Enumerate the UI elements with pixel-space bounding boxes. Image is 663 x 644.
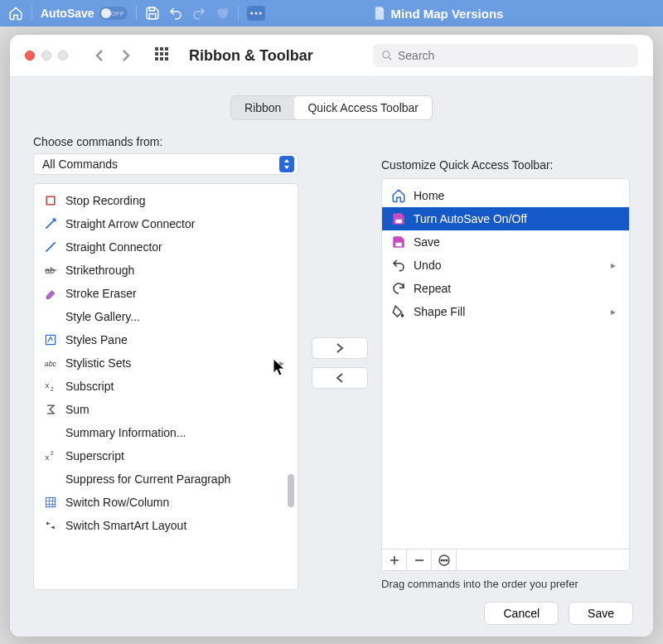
command-icon — [390, 258, 407, 273]
command-label: Undo — [414, 259, 604, 272]
svg-rect-12 — [160, 57, 163, 61]
list-item[interactable]: abcStylistic Sets▸ — [34, 351, 298, 375]
qat-edit-toolbar — [381, 550, 630, 571]
command-label: Summary Information... — [65, 426, 289, 439]
list-item[interactable]: x2Subscript — [34, 375, 298, 398]
command-label: Suppress for Current Paragraph — [65, 472, 289, 486]
search-field[interactable] — [373, 44, 638, 67]
command-icon: x2 — [42, 380, 59, 393]
list-item[interactable]: x2Superscript — [34, 444, 298, 467]
command-label: Straight Arrow Connector — [65, 217, 289, 230]
search-icon — [381, 50, 393, 61]
commands-source-select[interactable]: All Commands — [33, 153, 298, 175]
svg-rect-8 — [155, 52, 158, 56]
svg-text:x: x — [46, 380, 50, 390]
app-titlebar: AutoSave OFF Mind Map Versions — [0, 0, 663, 27]
forward-button[interactable] — [121, 49, 131, 62]
save-button[interactable]: Save — [569, 602, 633, 625]
svg-rect-15 — [46, 196, 55, 205]
svg-point-2 — [250, 12, 253, 15]
tab-ribbon[interactable]: Ribbon — [231, 96, 294, 119]
autosave-control[interactable]: AutoSave OFF — [41, 7, 128, 20]
list-item[interactable]: Undo▸ — [382, 254, 629, 277]
undo-icon[interactable] — [168, 6, 183, 21]
plus-icon — [390, 555, 399, 565]
svg-point-29 — [446, 559, 448, 561]
command-icon — [390, 211, 407, 226]
list-item[interactable]: Straight Connector — [34, 235, 298, 259]
svg-rect-1 — [149, 14, 156, 19]
list-item[interactable]: Sum — [34, 398, 298, 421]
more-icon[interactable] — [247, 6, 265, 21]
window-controls[interactable] — [25, 51, 68, 61]
tab-quick-access-toolbar[interactable]: Quick Access Toolbar — [294, 96, 432, 119]
svg-text:2: 2 — [51, 450, 54, 456]
command-label: Home — [414, 189, 621, 202]
svg-rect-10 — [165, 52, 168, 56]
command-label: Stop Recording — [65, 194, 289, 207]
left-list-scrollbar[interactable] — [288, 474, 294, 507]
remove-button[interactable] — [407, 550, 432, 570]
search-input[interactable] — [398, 49, 630, 62]
list-item[interactable]: Switch Row/Column — [34, 491, 298, 514]
command-icon — [390, 281, 407, 296]
home-icon[interactable] — [8, 6, 23, 21]
list-item[interactable]: Home — [382, 184, 629, 207]
list-item[interactable]: Stroke Eraser — [34, 282, 298, 305]
list-item[interactable]: Switch SmartArt Layout — [34, 514, 298, 537]
available-commands-list[interactable]: Stop RecordingStraight Arrow ConnectorSt… — [33, 183, 298, 590]
command-label: Turn AutoSave On/Off — [414, 212, 621, 225]
command-icon: ab — [42, 264, 59, 277]
list-item[interactable]: Suppress for Current Paragraph — [34, 467, 298, 491]
svg-text:abc: abc — [45, 360, 57, 368]
redo-icon[interactable] — [191, 6, 206, 21]
list-item[interactable]: Summary Information... — [34, 421, 298, 444]
submenu-indicator-icon: ▸ — [279, 357, 284, 369]
list-item[interactable]: abStrikethrough — [34, 259, 298, 282]
command-icon: abc — [42, 356, 59, 370]
svg-rect-7 — [165, 47, 168, 51]
drag-hint: Drag commands into the order you prefer — [381, 578, 630, 590]
minus-icon — [414, 555, 424, 565]
zoom-window-button — [58, 51, 68, 61]
list-item[interactable]: Save — [382, 230, 629, 254]
command-label: Switch Row/Column — [65, 496, 289, 509]
list-item[interactable]: Stop Recording — [34, 189, 298, 212]
list-item[interactable]: Styles Pane — [34, 328, 298, 351]
qat-list[interactable]: HomeTurn AutoSave On/OffSaveUndo▸RepeatS… — [381, 178, 630, 550]
tab-segmented-control[interactable]: Ribbon Quick Access Toolbar — [230, 95, 433, 120]
add-command-button[interactable] — [312, 337, 368, 359]
command-label: Stylistic Sets — [65, 356, 273, 370]
add-button[interactable] — [382, 550, 407, 570]
page-title: Ribbon & Toolbar — [189, 47, 313, 65]
cancel-button[interactable]: Cancel — [484, 602, 559, 625]
list-item[interactable]: Straight Arrow Connector — [34, 212, 298, 235]
command-label: Subscript — [65, 380, 289, 393]
command-icon — [390, 304, 407, 319]
close-window-button[interactable] — [25, 51, 35, 61]
save-icon[interactable] — [145, 6, 160, 21]
preferences-window: Ribbon & Toolbar Ribbon Quick Access Too… — [10, 35, 653, 637]
sheet-toolbar: Ribbon & Toolbar — [10, 35, 653, 76]
actions-button[interactable] — [432, 550, 457, 570]
move-buttons-panel — [298, 135, 381, 590]
autosave-label: AutoSave — [41, 7, 94, 20]
autosave-toggle[interactable]: OFF — [99, 7, 128, 20]
remove-command-button[interactable] — [312, 367, 368, 389]
command-icon — [42, 519, 59, 532]
list-item[interactable]: Style Gallery... — [34, 305, 298, 328]
back-button[interactable] — [94, 49, 104, 62]
list-item[interactable]: Turn AutoSave On/Off — [382, 207, 629, 230]
minimize-window-button — [41, 51, 51, 61]
command-label: Switch SmartArt Layout — [65, 519, 289, 532]
shape-fill-icon[interactable] — [215, 6, 230, 21]
dropdown-stepper-icon[interactable] — [279, 156, 294, 172]
command-label: Shape Fill — [414, 305, 604, 318]
command-label: Superscript — [65, 449, 289, 462]
separator — [136, 6, 137, 21]
list-item[interactable]: Shape Fill▸ — [382, 300, 629, 323]
command-icon — [42, 217, 59, 230]
show-all-icon[interactable] — [154, 46, 169, 65]
command-icon — [42, 403, 59, 416]
list-item[interactable]: Repeat — [382, 277, 629, 300]
